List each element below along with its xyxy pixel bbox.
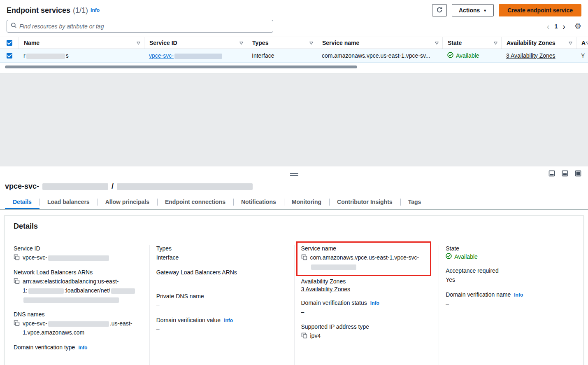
filter-icon[interactable] [493,41,498,45]
value-line: – [156,301,160,310]
info-link[interactable]: Info [514,292,523,298]
current-page[interactable]: 1 [554,23,558,30]
value-line [310,262,419,271]
value-lines: com.amazonaws.vpce.us-east-1.vpce-svc- [310,253,419,271]
tab-contributor-insights[interactable]: Contributor Insights [329,195,400,209]
split-drag-handle[interactable] [290,173,298,176]
redacted-text [111,288,135,294]
value-lines: – [156,277,160,286]
previous-page-icon[interactable]: ‹ [547,22,550,30]
column-header-service-name[interactable]: Service name [317,37,442,49]
value-line: vpce-svc-.us-east- [23,319,132,328]
status-available: Available [447,52,479,59]
redacted-text [48,321,109,327]
info-link[interactable]: Info [224,318,233,323]
redacted-text [42,183,108,190]
tab-monitoring[interactable]: Monitoring [284,195,329,209]
field-label-text: Gateway Load Balancers ARNs [156,269,237,276]
copy-icon[interactable] [14,254,20,260]
field-value: ipv4 [301,331,433,340]
value-line: – [156,277,160,286]
tab-notifications[interactable]: Notifications [233,195,284,209]
column-header-service-id[interactable]: Service ID [144,37,247,49]
page-title: Endpoint services (1/1) Info [7,6,100,15]
tab-details[interactable]: Details [5,195,40,209]
value-text: – [156,326,160,332]
field-label: Network Load Balancers ARNs [14,269,144,276]
create-endpoint-service-button[interactable]: Create endpoint service [499,4,581,16]
value-line: Yes [446,275,455,284]
detail-field-domain-verification-status: Domain verification statusInfo– [301,299,433,316]
tab-endpoint-connections[interactable]: Endpoint connections [157,195,233,209]
value-line: arn:aws:elasticloadbalancing:us-east- [23,277,136,286]
availability-zones-link[interactable]: 3 Availability Zones [506,52,555,59]
field-label: Domain verification typeInfo [14,344,144,351]
details-card: Details Service IDvpce-svc-Network Load … [4,215,584,365]
details-column-3: Service namecom.amazonaws.vpce.us-east-1… [294,245,439,365]
resource-count: (1/1) [73,6,88,15]
refresh-icon [436,7,443,14]
layout-bottom-panel-icon[interactable] [548,170,555,177]
detail-field-service-id: Service IDvpce-svc- [14,245,144,262]
field-value: – [156,301,288,310]
layout-split-panel-icon[interactable] [562,170,568,177]
service-id-prefix: vpce-svc- [149,52,174,59]
field-label-text: Supported IP address type [301,323,370,330]
filter-icon[interactable] [136,41,141,45]
column-header-a[interactable]: A [576,37,588,49]
value-line: Interface [156,253,179,262]
refresh-button[interactable] [432,4,447,16]
layout-full-panel-icon[interactable] [575,170,581,177]
details-column-1: Service IDvpce-svc-Network Load Balancer… [5,245,149,365]
filter-icon[interactable] [309,41,314,45]
column-header-name[interactable]: Name [19,37,144,49]
field-label-text: Types [156,245,172,252]
field-label-text: Private DNS name [156,293,204,299]
field-label-text: State [446,245,459,252]
field-label: Supported IP address type [301,323,433,330]
value-line: – [156,325,160,334]
filter-icon[interactable] [568,41,573,45]
actions-button[interactable]: Actions ▼ [452,4,494,16]
table-row[interactable]: rs vpce-svc- Interface com.amazonaws.vpc… [0,49,588,63]
scrollbar-thumb[interactable] [5,66,357,68]
value-text: – [446,300,449,307]
copy-icon[interactable] [301,332,307,339]
value-text: com.amazonaws.vpce.us-east-1.vpce-svc- [310,254,419,261]
filter-icon[interactable] [435,41,439,45]
info-link[interactable]: Info [370,300,379,306]
value-lines: – [156,325,160,334]
availability-zones-link[interactable]: 3 Availability Zones [301,286,351,292]
column-header-label: Availability Zones [507,40,555,46]
info-link[interactable]: Info [78,345,87,351]
search-input[interactable] [19,23,273,30]
filter-icon[interactable] [239,41,244,45]
value-text: 1.vpce.amazonaws.com [23,329,84,336]
copy-icon[interactable] [14,278,20,284]
row-checkbox[interactable] [7,53,12,58]
value-text: 1: [23,287,28,294]
tab-load-balancers[interactable]: Load balancers [40,195,98,209]
column-header-state[interactable]: State [442,37,501,49]
filter-icon[interactable] [586,41,588,45]
value-text: arn:aws:elasticloadbalancing:us-east- [23,278,119,285]
field-label: Acceptance required [446,267,578,274]
value-lines: – [156,301,160,310]
value-text: ipv4 [310,332,321,339]
value-text: :loadbalancer/net/ [65,287,110,294]
tab-tags[interactable]: Tags [400,195,429,209]
info-link[interactable]: Info [91,7,100,13]
row-checkbox-cell [0,49,19,62]
settings-gear-icon[interactable]: ⚙ [574,21,581,31]
redacted-text [174,54,222,59]
copy-icon[interactable] [301,254,307,260]
tab-allow-principals[interactable]: Allow principals [98,195,157,209]
service-id-link[interactable]: vpce-svc- [149,52,223,59]
next-page-icon[interactable]: › [562,22,565,30]
column-header-availability-zones[interactable]: Availability Zones [501,37,576,49]
column-header-types[interactable]: Types [247,37,317,49]
value-lines: – [301,307,304,316]
select-all-checkbox[interactable] [7,40,12,46]
field-label: Types [156,245,288,252]
copy-icon[interactable] [14,320,20,326]
